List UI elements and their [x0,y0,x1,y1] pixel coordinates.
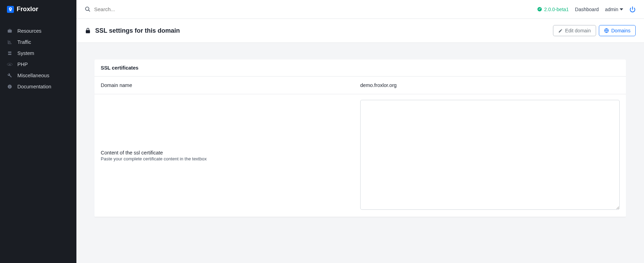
edit-domain-button[interactable]: Edit domain [553,25,596,36]
power-icon[interactable] [629,6,636,13]
sidebar-item-label: Resources [17,28,41,34]
sidebar-item-php[interactable]: php PHP [0,59,76,70]
sidebar-item-label: System [17,50,34,56]
ssl-cert-label: Content of the ssl certificate [101,150,360,156]
check-circle-icon [537,7,542,12]
globe-icon [604,28,609,33]
svg-point-3 [85,7,89,10]
sidebar-item-label: Traffic [17,39,31,45]
svg-line-4 [89,10,90,11]
sidebar: Froxlor Resources Traffic System php PHP [0,0,76,263]
search-wrap [85,6,537,12]
user-dropdown[interactable]: admin [605,7,623,12]
caret-down-icon [620,8,623,10]
briefcase-icon [7,29,13,33]
page-title: SSL settings for this domain [95,27,180,34]
brand-logo[interactable]: Froxlor [0,0,76,18]
card-header: SSL certificates [94,59,626,77]
ssl-cert-textarea[interactable] [360,100,620,210]
domains-label: Domains [611,28,630,33]
brand-name: Froxlor [17,6,38,13]
topbar-right: 2.0.0-beta1 Dashboard admin [537,6,636,13]
sidebar-item-miscellaneous[interactable]: Miscellaneous [0,70,76,81]
content: SSL certificates Domain name demo.froxlo… [76,43,644,234]
version-text: 2.0.0-beta1 [544,7,569,12]
search-input[interactable] [94,6,198,12]
chart-icon [7,40,13,45]
sidebar-item-traffic[interactable]: Traffic [0,37,76,48]
wrench-icon [7,73,13,78]
ssl-cert-help: Paste your complete certificate content … [101,156,360,161]
search-icon [85,6,91,12]
ssl-cert-row: Content of the ssl certificate Paste you… [94,94,626,217]
sidebar-item-label: Miscellaneous [17,73,49,78]
ssl-certificates-card: SSL certificates Domain name demo.froxlo… [94,59,626,217]
sidebar-item-documentation[interactable]: Documentation [0,81,76,92]
pencil-icon [558,29,563,33]
edit-domain-label: Edit domain [565,28,591,33]
svg-text:php: php [9,64,11,65]
sidebar-nav: Resources Traffic System php PHP Miscell… [0,25,76,92]
dashboard-link[interactable]: Dashboard [575,7,599,12]
page-header: SSL settings for this domain Edit domain… [76,19,644,43]
froxlor-icon [7,6,14,13]
user-name: admin [605,7,618,12]
server-icon [7,51,13,56]
version-badge[interactable]: 2.0.0-beta1 [537,7,569,12]
lock-icon [85,27,91,34]
domain-name-row: Domain name demo.froxlor.org [94,77,626,94]
sidebar-item-label: PHP [17,62,28,67]
sidebar-item-system[interactable]: System [0,48,76,59]
topbar: 2.0.0-beta1 Dashboard admin [76,0,644,19]
domain-name-label: Domain name [101,82,360,88]
sidebar-item-resources[interactable]: Resources [0,25,76,37]
sidebar-item-label: Documentation [17,84,51,89]
domain-name-value: demo.froxlor.org [360,82,397,88]
domains-button[interactable]: Domains [599,25,636,36]
info-icon [7,84,13,89]
php-icon: php [7,62,13,66]
main: 2.0.0-beta1 Dashboard admin SSL settings… [76,0,644,263]
